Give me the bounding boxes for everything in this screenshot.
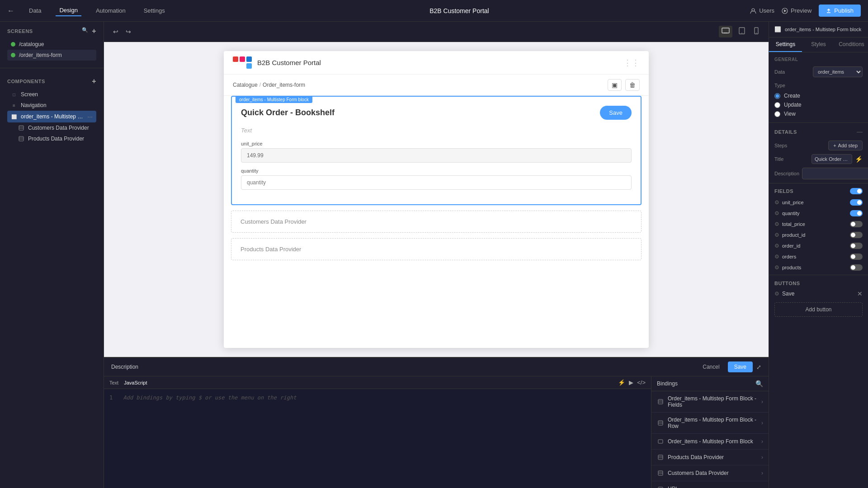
rs-data-label: Data (774, 69, 809, 75)
rs-fields-toggle[interactable] (850, 188, 863, 194)
rs-field-toggle-product-id[interactable] (850, 232, 863, 238)
form-save-button[interactable]: Save (600, 106, 632, 120)
rs-field-toggle-quantity[interactable] (850, 210, 863, 216)
rs-type-create-radio[interactable] (774, 93, 780, 99)
rs-type-view-label: View (784, 111, 796, 117)
lightning-button[interactable]: ⚡ (618, 379, 625, 386)
binding-item-5[interactable]: URL › (651, 481, 769, 488)
rs-description-input[interactable] (802, 168, 868, 179)
rs-add-button[interactable]: Add button (774, 302, 863, 317)
component-navigation[interactable]: ≡ Navigation (7, 100, 96, 111)
app-title: B2B Customer Portal (179, 7, 739, 14)
rs-type-update[interactable]: Update (774, 102, 863, 108)
rs-field-toggle-unit-price[interactable] (850, 199, 863, 206)
code-editor: Text JavaScript ⚡ ▶ </> 1 Add bindings b… (104, 376, 651, 488)
top-navigation: ← Data Design Automation Settings B2B Cu… (0, 0, 868, 22)
cancel-button[interactable]: Cancel (698, 362, 724, 372)
duplicate-button[interactable]: ▣ (608, 79, 622, 91)
rs-add-step-button[interactable]: + Add step (828, 141, 863, 150)
binding-item-4[interactable]: Customers Data Provider › (651, 465, 769, 481)
undo-button[interactable]: ↩ (111, 26, 120, 37)
nav-design[interactable]: Design (56, 5, 81, 16)
multistep-icon: ⬜ (11, 113, 17, 120)
rs-data-select[interactable]: order_items (813, 66, 863, 77)
tablet-view-button[interactable] (736, 25, 748, 38)
rs-tab-settings[interactable]: Settings (769, 38, 802, 52)
rs-type-update-radio[interactable] (774, 102, 780, 108)
screen-order-items-form[interactable]: /order_items-form (7, 50, 96, 61)
play-button[interactable]: ▶ (629, 379, 633, 386)
breadcrumb-catalogue[interactable]: Catalogue (233, 82, 258, 88)
tab-javascript[interactable]: JavaScript (124, 380, 147, 385)
tab-text[interactable]: Text (109, 380, 118, 385)
preview-button[interactable]: Preview (782, 7, 811, 14)
screens-header: Screens 🔍 + (7, 27, 96, 35)
binding-block-icon-2 (657, 438, 664, 445)
rs-field-toggle-total-price[interactable] (850, 221, 863, 227)
app-frame: B2B Customer Portal ⋮⋮ Catalogue / Order… (224, 51, 649, 348)
mobile-view-button[interactable] (751, 25, 761, 38)
nav-settings[interactable]: Settings (140, 5, 169, 16)
rs-title-lightning-icon[interactable]: ⚡ (855, 155, 863, 163)
screens-add-button[interactable]: + (92, 27, 96, 35)
binding-item-0[interactable]: Order_items - Multistep Form Block - Fie… (651, 391, 769, 413)
rs-field-order-id: ⚙ order_id (769, 240, 868, 251)
code-area[interactable]: 1 Add bindings by typing $ or use the me… (104, 389, 651, 406)
code-button[interactable]: </> (637, 379, 646, 386)
rs-field-gear-order-id[interactable]: ⚙ (774, 243, 779, 249)
rs-title-input[interactable] (811, 154, 852, 164)
desktop-view-button[interactable] (719, 26, 732, 38)
rs-type-create[interactable]: Create (774, 93, 863, 99)
screens-section: Screens 🔍 + /catalogue /order_items-form (0, 22, 104, 64)
rs-field-gear-products[interactable]: ⚙ (774, 264, 779, 271)
rs-tab-conditions[interactable]: Conditions (835, 38, 868, 52)
expand-panel-button[interactable]: ⤢ (756, 364, 761, 371)
binding-item-3[interactable]: Products Data Provider › (651, 450, 769, 465)
component-customers-provider[interactable]: Customers Data Provider (7, 122, 96, 133)
binding-arrow-5: › (761, 486, 763, 488)
rs-button-remove-save[interactable]: ✕ (857, 290, 863, 297)
rs-type-label: Type (774, 83, 863, 88)
binding-item-2[interactable]: Order_items - Multistep Form Block › (651, 434, 769, 450)
nav-data[interactable]: Data (25, 5, 45, 16)
canvas-tools-right (719, 25, 761, 38)
rs-field-toggle-order-id[interactable] (850, 243, 863, 249)
rs-field-gear-orders[interactable]: ⚙ (774, 253, 779, 260)
rs-type-radio-group: Create Update View (769, 91, 868, 121)
delete-button[interactable]: 🗑 (625, 79, 640, 91)
redo-button[interactable]: ↪ (124, 26, 133, 37)
bindings-search-icon[interactable]: 🔍 (755, 380, 763, 387)
breadcrumb-order[interactable]: Order_items-form (263, 82, 305, 88)
save-binding-button[interactable]: Save (728, 361, 753, 372)
rs-field-gear-unit-price[interactable]: ⚙ (774, 199, 779, 206)
nav-automation[interactable]: Automation (92, 5, 129, 16)
back-button[interactable]: ← (7, 7, 14, 15)
rs-field-toggle-orders[interactable] (850, 253, 863, 260)
rs-field-gear-product-id[interactable]: ⚙ (774, 232, 779, 238)
logo-sq-blue (246, 56, 252, 62)
rs-block-icon: ⬜ (774, 26, 781, 33)
quantity-input[interactable] (241, 175, 632, 190)
component-more-button[interactable]: ··· (87, 113, 93, 120)
rs-data-row: Data order_items (769, 64, 868, 80)
rs-button-gear-save[interactable]: ⚙ (774, 291, 779, 297)
rs-tab-styles[interactable]: Styles (802, 38, 835, 52)
breadcrumb-separator: / (259, 82, 261, 88)
rs-type-view[interactable]: View (774, 111, 863, 117)
components-add-button[interactable]: + (92, 77, 96, 85)
publish-button[interactable]: Publish (819, 5, 861, 17)
component-multistep-label: order_items - Multistep For... (21, 113, 84, 120)
rs-collapse-button[interactable]: — (857, 128, 863, 135)
rs-field-toggle-products[interactable] (850, 264, 863, 271)
screen-catalogue[interactable]: /catalogue (7, 39, 96, 50)
users-button[interactable]: Users (750, 7, 774, 14)
rs-type-view-radio[interactable] (774, 111, 780, 117)
rs-field-gear-total-price[interactable]: ⚙ (774, 221, 779, 227)
component-multistep[interactable]: ⬜ order_items - Multistep For... ··· (7, 111, 96, 122)
component-products-provider[interactable]: Products Data Provider (7, 133, 96, 144)
binding-item-1[interactable]: Order_items - Multistep Form Block - Row… (651, 413, 769, 434)
rs-field-gear-quantity[interactable]: ⚙ (774, 210, 779, 216)
component-screen[interactable]: □ Screen (7, 89, 96, 100)
unit-price-input[interactable] (241, 148, 632, 163)
screens-search-icon[interactable]: 🔍 (82, 27, 89, 35)
